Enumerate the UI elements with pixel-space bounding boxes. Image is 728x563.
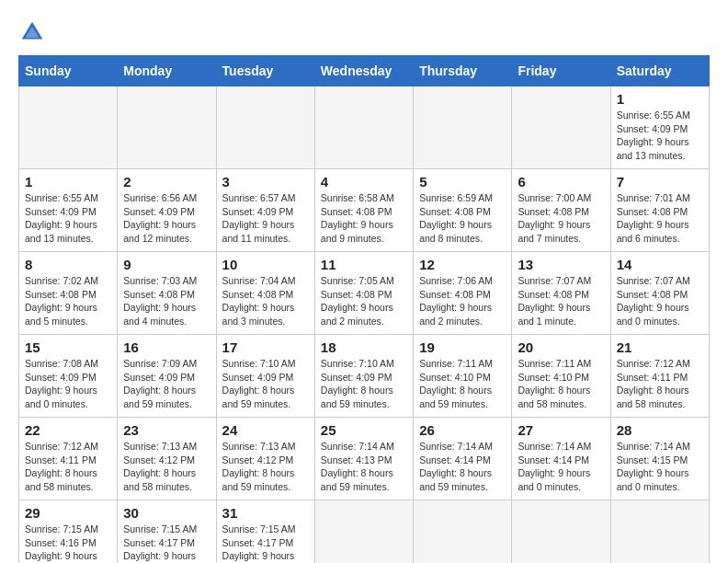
day-number: 10 [222, 257, 309, 272]
day-info: Sunrise: 7:00 AMSunset: 4:08 PMDaylight:… [518, 191, 604, 246]
day-number: 15 [25, 339, 111, 355]
day-number: 13 [518, 257, 604, 272]
calendar-cell: 25 Sunrise: 7:14 AMSunset: 4:13 PMDaylig… [314, 418, 413, 500]
day-number: 30 [123, 505, 210, 521]
day-info: Sunrise: 6:56 AMSunset: 4:09 PMDaylight:… [123, 191, 210, 246]
day-number: 17 [222, 339, 309, 355]
day-number: 21 [617, 339, 703, 355]
calendar-cell: 28 Sunrise: 7:14 AMSunset: 4:15 PMDaylig… [610, 418, 709, 500]
day-info: Sunrise: 6:55 AMSunset: 4:09 PMDaylight:… [617, 109, 703, 163]
day-info: Sunrise: 7:04 AMSunset: 4:08 PMDaylight:… [222, 274, 309, 328]
day-info: Sunrise: 6:57 AMSunset: 4:09 PMDaylight:… [222, 191, 309, 246]
day-info: Sunrise: 7:07 AMSunset: 4:08 PMDaylight:… [617, 274, 703, 328]
day-number: 31 [222, 505, 309, 521]
day-info: Sunrise: 7:14 AMSunset: 4:15 PMDaylight:… [617, 440, 703, 494]
weekday-header: Wednesday [314, 56, 413, 86]
calendar-cell: 16 Sunrise: 7:09 AMSunset: 4:09 PMDaylig… [118, 335, 216, 418]
calendar-cell: 27 Sunrise: 7:14 AMSunset: 4:14 PMDaylig… [512, 418, 610, 500]
calendar-cell: 14 Sunrise: 7:07 AMSunset: 4:08 PMDaylig… [610, 252, 709, 335]
calendar-cell: 4 Sunrise: 6:58 AMSunset: 4:08 PMDayligh… [314, 169, 413, 252]
day-info: Sunrise: 7:10 AMSunset: 4:09 PMDaylight:… [321, 357, 407, 411]
day-info: Sunrise: 6:59 AMSunset: 4:08 PMDaylight:… [419, 191, 506, 246]
calendar-cell: 17 Sunrise: 7:10 AMSunset: 4:09 PMDaylig… [216, 335, 314, 418]
logo-icon [18, 18, 46, 46]
calendar-cell: 21 Sunrise: 7:12 AMSunset: 4:11 PMDaylig… [610, 335, 709, 418]
day-number: 9 [123, 257, 210, 272]
calendar-cell: 12 Sunrise: 7:06 AMSunset: 4:08 PMDaylig… [414, 252, 512, 335]
weekday-header: Thursday [414, 56, 512, 86]
calendar-cell: 9 Sunrise: 7:03 AMSunset: 4:08 PMDayligh… [118, 252, 216, 335]
day-number: 27 [518, 422, 604, 438]
calendar-row: 29 Sunrise: 7:15 AMSunset: 4:16 PMDaylig… [19, 500, 710, 564]
day-info: Sunrise: 7:10 AMSunset: 4:09 PMDaylight:… [222, 357, 309, 411]
day-info: Sunrise: 7:01 AMSunset: 4:08 PMDaylight:… [617, 191, 703, 246]
weekday-header: Monday [118, 56, 216, 86]
calendar-cell: 22 Sunrise: 7:12 AMSunset: 4:11 PMDaylig… [19, 418, 118, 500]
weekday-header: Tuesday [216, 56, 314, 86]
calendar-cell [314, 86, 413, 169]
calendar-row: 22 Sunrise: 7:12 AMSunset: 4:11 PMDaylig… [19, 418, 710, 500]
day-number: 26 [419, 422, 506, 438]
calendar-cell [118, 86, 216, 169]
day-number: 23 [123, 422, 210, 438]
calendar-cell: 2 Sunrise: 6:56 AMSunset: 4:09 PMDayligh… [118, 169, 216, 252]
day-number: 28 [617, 422, 703, 438]
day-number: 1 [617, 91, 703, 107]
calendar-cell: 30 Sunrise: 7:15 AMSunset: 4:17 PMDaylig… [118, 500, 216, 564]
day-info: Sunrise: 7:12 AMSunset: 4:11 PMDaylight:… [25, 440, 111, 494]
day-info: Sunrise: 6:58 AMSunset: 4:08 PMDaylight:… [321, 191, 407, 246]
day-info: Sunrise: 7:14 AMSunset: 4:14 PMDaylight:… [419, 440, 506, 494]
calendar-cell: 7 Sunrise: 7:01 AMSunset: 4:08 PMDayligh… [610, 169, 709, 252]
calendar-cell: 1 Sunrise: 6:55 AMSunset: 4:09 PMDayligh… [19, 169, 118, 252]
day-info: Sunrise: 7:14 AMSunset: 4:14 PMDaylight:… [518, 440, 604, 494]
calendar-cell: 5 Sunrise: 6:59 AMSunset: 4:08 PMDayligh… [414, 169, 512, 252]
day-info: Sunrise: 7:12 AMSunset: 4:11 PMDaylight:… [617, 357, 703, 411]
day-number: 12 [419, 257, 506, 272]
weekday-header: Friday [512, 56, 610, 86]
calendar-table: SundayMondayTuesdayWednesdayThursdayFrid… [18, 55, 710, 563]
calendar-cell: 11 Sunrise: 7:05 AMSunset: 4:08 PMDaylig… [314, 252, 413, 335]
day-number: 6 [518, 174, 604, 190]
day-number: 14 [617, 257, 703, 272]
day-number: 5 [419, 174, 506, 190]
calendar-row: 15 Sunrise: 7:08 AMSunset: 4:09 PMDaylig… [19, 335, 710, 418]
day-info: Sunrise: 7:15 AMSunset: 4:16 PMDaylight:… [25, 523, 111, 563]
day-info: Sunrise: 7:05 AMSunset: 4:08 PMDaylight:… [321, 274, 407, 328]
day-info: Sunrise: 7:09 AMSunset: 4:09 PMDaylight:… [123, 357, 210, 411]
day-info: Sunrise: 7:03 AMSunset: 4:08 PMDaylight:… [123, 274, 210, 328]
calendar-cell [19, 86, 118, 169]
day-info: Sunrise: 7:11 AMSunset: 4:10 PMDaylight:… [419, 357, 506, 411]
day-number: 24 [222, 422, 309, 438]
day-number: 29 [25, 505, 111, 521]
calendar-row: 1 Sunrise: 6:55 AMSunset: 4:09 PMDayligh… [19, 169, 710, 252]
day-number: 7 [617, 174, 703, 190]
calendar-cell [216, 86, 314, 169]
calendar-cell: 1 Sunrise: 6:55 AMSunset: 4:09 PMDayligh… [610, 86, 709, 169]
calendar-row: 1 Sunrise: 6:55 AMSunset: 4:09 PMDayligh… [19, 86, 710, 169]
day-info: Sunrise: 7:07 AMSunset: 4:08 PMDaylight:… [518, 274, 604, 328]
calendar-cell: 18 Sunrise: 7:10 AMSunset: 4:09 PMDaylig… [314, 335, 413, 418]
calendar-cell: 24 Sunrise: 7:13 AMSunset: 4:12 PMDaylig… [216, 418, 314, 500]
day-number: 3 [222, 174, 309, 190]
day-number: 4 [321, 174, 407, 190]
day-number: 16 [123, 339, 210, 355]
weekday-header-row: SundayMondayTuesdayWednesdayThursdayFrid… [19, 56, 710, 86]
day-number: 19 [419, 339, 506, 355]
calendar-cell [414, 86, 512, 169]
calendar-cell: 20 Sunrise: 7:11 AMSunset: 4:10 PMDaylig… [512, 335, 610, 418]
day-number: 20 [518, 339, 604, 355]
weekday-header: Saturday [610, 56, 709, 86]
calendar-cell: 15 Sunrise: 7:08 AMSunset: 4:09 PMDaylig… [19, 335, 118, 418]
calendar-cell [512, 86, 610, 169]
calendar-cell: 13 Sunrise: 7:07 AMSunset: 4:08 PMDaylig… [512, 252, 610, 335]
day-info: Sunrise: 7:15 AMSunset: 4:17 PMDaylight:… [222, 523, 309, 563]
day-info: Sunrise: 7:11 AMSunset: 4:10 PMDaylight:… [518, 357, 604, 411]
calendar-cell [512, 500, 610, 564]
calendar-cell: 8 Sunrise: 7:02 AMSunset: 4:08 PMDayligh… [19, 252, 118, 335]
calendar-cell: 29 Sunrise: 7:15 AMSunset: 4:16 PMDaylig… [19, 500, 118, 564]
day-info: Sunrise: 7:02 AMSunset: 4:08 PMDaylight:… [25, 274, 111, 328]
day-number: 18 [321, 339, 407, 355]
calendar-cell: 26 Sunrise: 7:14 AMSunset: 4:14 PMDaylig… [414, 418, 512, 500]
day-info: Sunrise: 7:15 AMSunset: 4:17 PMDaylight:… [123, 523, 210, 563]
calendar-cell: 10 Sunrise: 7:04 AMSunset: 4:08 PMDaylig… [216, 252, 314, 335]
